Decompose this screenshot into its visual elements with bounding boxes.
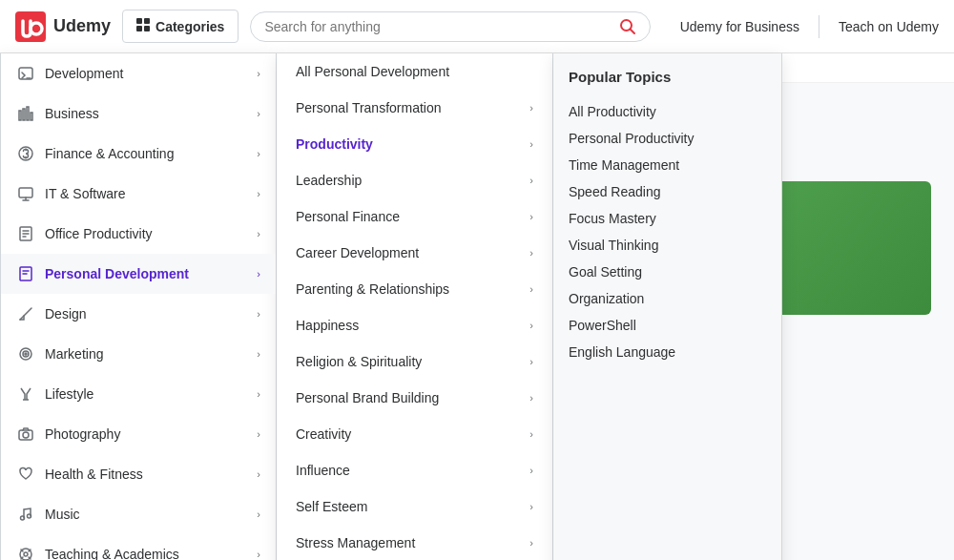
teach-link[interactable]: Teach on Udemy [839, 19, 939, 34]
header-divider [819, 15, 819, 38]
grid-icon [136, 18, 150, 34]
search-input[interactable] [264, 19, 619, 34]
business-link[interactable]: Udemy for Business [680, 19, 799, 34]
logo-text: Udemy [53, 16, 111, 36]
header: Udemy Categories Udemy for Business Teac… [0, 0, 954, 53]
search-button[interactable] [619, 18, 636, 35]
search-bar [250, 11, 651, 42]
svg-rect-3 [144, 18, 150, 24]
udemy-logo-icon [15, 11, 46, 42]
logo-area: Udemy [15, 11, 111, 42]
categories-label: Categories [156, 19, 224, 34]
svg-rect-4 [136, 26, 142, 31]
svg-line-7 [631, 29, 635, 33]
header-links: Udemy for Business Teach on Udemy [680, 15, 939, 38]
svg-rect-5 [144, 26, 150, 31]
svg-rect-2 [136, 18, 142, 24]
categories-button[interactable]: Categories [122, 10, 238, 43]
